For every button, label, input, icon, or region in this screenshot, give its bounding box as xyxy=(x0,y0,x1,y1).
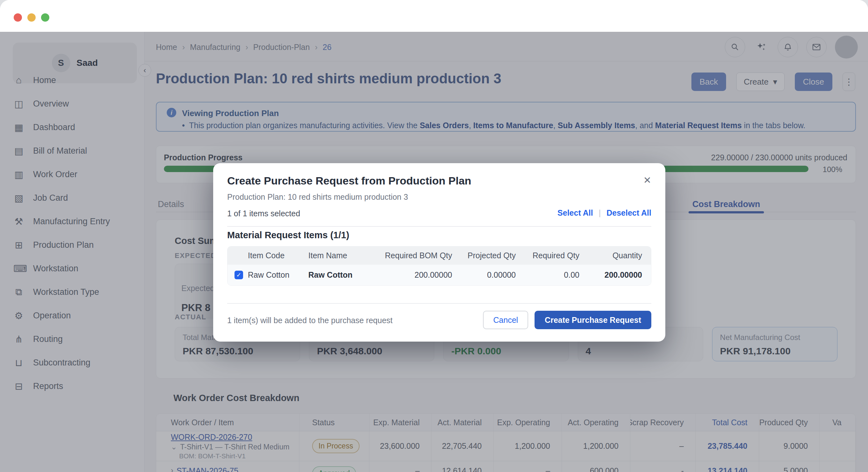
window-titlebar xyxy=(0,0,868,32)
modal-actions: Cancel Create Purchase Request xyxy=(483,311,651,329)
col-quantity: Quantity xyxy=(588,247,651,264)
table-row: ✓ Raw Cotton Raw Cotton 200.00000 0.0000… xyxy=(227,264,651,285)
col-item-code: Item Code xyxy=(248,247,308,264)
selection-links: Select All | Deselect All xyxy=(557,208,651,218)
item-code-value: Raw Cotton xyxy=(248,264,308,285)
modal-footer-divider xyxy=(227,303,651,304)
col-required-bom-qty: Required BOM Qty xyxy=(381,247,461,264)
projected-qty-value: 0.00000 xyxy=(461,264,525,285)
check-icon: ✓ xyxy=(237,271,242,279)
quantity-value: 200.00000 xyxy=(588,264,651,285)
modal-title: Create Purchase Request from Production … xyxy=(227,175,471,187)
create-purchase-request-modal: Create Purchase Request from Production … xyxy=(213,163,665,342)
required-qty-value: 0.00 xyxy=(525,264,588,285)
select-all-link[interactable]: Select All xyxy=(557,208,593,218)
modal-divider xyxy=(227,226,651,227)
col-projected-qty: Projected Qty xyxy=(461,247,525,264)
window-close-icon[interactable] xyxy=(14,13,22,22)
link-divider: | xyxy=(599,208,601,218)
col-item-name: Item Name xyxy=(308,247,381,264)
window-zoom-icon[interactable] xyxy=(41,13,49,22)
material-request-items-table: Item Code Item Name Required BOM Qty Pro… xyxy=(227,246,651,286)
cancel-button[interactable]: Cancel xyxy=(483,311,528,329)
create-purchase-request-button[interactable]: Create Purchase Request xyxy=(534,311,651,329)
window-minimize-icon[interactable] xyxy=(27,13,36,22)
modal-footer-note: 1 item(s) will be added to the purchase … xyxy=(227,316,393,325)
app-window: S Saad ⌂ Home ◫ Overview ▦ Dashboard ▤ xyxy=(0,0,868,472)
required-bom-qty-value: 200.00000 xyxy=(381,264,461,285)
col-required-qty: Required Qty xyxy=(525,247,588,264)
modal-subtitle: Production Plan: 10 red shirts medium pr… xyxy=(227,192,408,202)
modal-table-header: Item Code Item Name Required BOM Qty Pro… xyxy=(227,247,651,264)
selection-count: 1 of 1 items selected xyxy=(227,209,300,218)
close-icon[interactable]: ✕ xyxy=(643,175,651,186)
item-name-value: Raw Cotton xyxy=(308,264,381,285)
col-checkbox xyxy=(227,247,248,264)
material-request-items-title: Material Request Items (1/1) xyxy=(227,230,349,241)
row-checkbox[interactable]: ✓ xyxy=(235,271,243,279)
deselect-all-link[interactable]: Deselect All xyxy=(607,208,651,218)
